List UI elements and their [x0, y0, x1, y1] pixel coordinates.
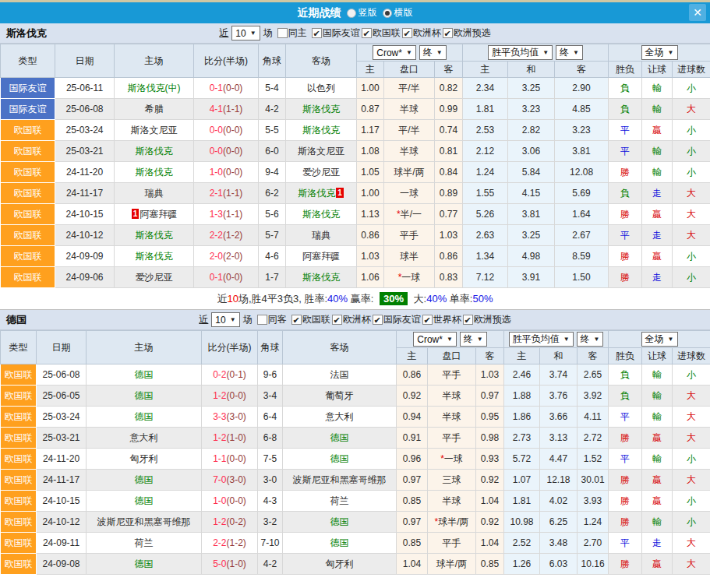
match-date: 24-10-15 — [55, 204, 115, 225]
scope-select[interactable]: 全场▼ — [641, 332, 678, 347]
handicap-line: 半球 — [428, 491, 476, 512]
away-team: 德国 — [283, 512, 397, 533]
summary-part: 场,胜4平3负3, 胜率: — [238, 292, 327, 306]
goals-result-cell: 小 — [673, 267, 710, 288]
col-avg-draw: 和 — [508, 62, 555, 78]
line-text: 三球 — [443, 474, 461, 485]
col-line: 盘口 — [428, 348, 476, 364]
score: 1-1(0-0) — [202, 449, 258, 470]
checkbox-checked-icon[interactable]: ✔ — [373, 315, 383, 325]
away-team: 意大利 — [283, 407, 397, 428]
league-filter-checkbox[interactable]: ✔世界杯 — [422, 313, 461, 326]
home-team: 1阿塞拜疆 — [115, 204, 194, 225]
home-team: 斯洛伐克 — [115, 141, 194, 162]
checkbox-checked-icon[interactable]: ✔ — [312, 28, 322, 38]
line-text: 球半 — [400, 251, 419, 262]
same-away-checkbox[interactable]: 同客 — [257, 313, 287, 326]
league-label: 欧洲预选 — [474, 313, 511, 326]
match-count-select[interactable]: 10 ▼ — [231, 26, 260, 40]
odds-stage-select[interactable]: 终▼ — [460, 332, 487, 347]
radio-horizontal-layout[interactable]: 横版 — [383, 6, 413, 19]
checkbox-checked-icon[interactable]: ✔ — [362, 28, 372, 38]
avg-home-odds: 5.72 — [504, 449, 540, 470]
corner-score: 3-0 — [258, 470, 283, 491]
result-cell: 平 — [609, 120, 642, 141]
fulltime-score: 4-1 — [210, 104, 223, 114]
odds-company-select[interactable]: Crow*▼ — [373, 45, 416, 60]
corner-score: 6-0 — [259, 141, 286, 162]
checkbox-unchecked-icon[interactable] — [257, 315, 267, 325]
match-date: 25-06-05 — [37, 386, 87, 407]
radio-off-icon[interactable] — [347, 9, 356, 18]
corner-score: 6-4 — [258, 407, 283, 428]
halftime-score: (0-0) — [227, 453, 246, 464]
summary-part: 大: — [411, 292, 426, 306]
scope-group-header: 全场▼ — [609, 44, 710, 62]
result-cell: 負 — [609, 78, 642, 99]
table-header-row-groups: 类型 日期 主场 比分(半场) 角球 客场 Crow*▼ 终▼ 胜平负均值▼ 终… — [1, 44, 710, 62]
handicap-result-cell: 輸 — [642, 386, 673, 407]
radio-horizontal-label: 横版 — [394, 6, 413, 19]
avg-stage-select[interactable]: 终▼ — [577, 332, 604, 347]
result-cell: 勝 — [609, 162, 642, 183]
avg-type-select[interactable]: 胜平负均值▼ — [509, 332, 574, 347]
checkbox-checked-icon[interactable]: ✔ — [291, 315, 302, 325]
league-filter-checkbox[interactable]: ✔欧洲杯 — [402, 26, 441, 40]
match-date: 25-03-21 — [37, 428, 87, 449]
goals-result-cell: 大 — [673, 407, 710, 428]
league-filter-checkbox[interactable]: ✔欧国联 — [362, 26, 401, 40]
checkbox-checked-icon[interactable]: ✔ — [332, 315, 342, 325]
checkbox-checked-icon[interactable]: ✔ — [422, 315, 433, 325]
avg-type-select[interactable]: 胜平负均值▼ — [488, 45, 553, 60]
odds-stage-select[interactable]: 终▼ — [419, 45, 447, 60]
col-home: 主场 — [115, 44, 194, 78]
league-filter-checkbox[interactable]: ✔欧洲杯 — [332, 313, 371, 326]
match-date: 24-11-20 — [55, 162, 115, 183]
checkbox-checked-icon[interactable]: ✔ — [402, 28, 412, 38]
corner-score: 4-3 — [258, 491, 283, 512]
odds-away-value: 0.81 — [435, 141, 463, 162]
col-away: 客场 — [283, 331, 397, 364]
halftime-score: (3-0) — [227, 474, 246, 485]
odds-group-header: Crow*▼ 终▼ — [397, 331, 504, 348]
match-count-select[interactable]: 10 ▼ — [211, 312, 239, 327]
score: 0-0(0-0) — [194, 120, 259, 141]
halftime-score: (1-2) — [227, 537, 246, 548]
col-result: 胜负 — [609, 62, 642, 78]
league-filter-checkbox[interactable]: ✔欧洲预选 — [443, 26, 491, 40]
checkbox-checked-icon[interactable]: ✔ — [463, 315, 473, 325]
home-team: 德国 — [87, 364, 202, 386]
league-filter-checkbox[interactable]: ✔欧洲预选 — [463, 313, 511, 326]
checkbox-checked-icon[interactable]: ✔ — [443, 28, 453, 38]
league-type-badge: 欧国联 — [1, 364, 37, 386]
result-cell: 勝 — [609, 246, 642, 267]
away-team-name: 斯洛伐克 — [302, 125, 340, 136]
team-name: 德国 — [6, 313, 26, 327]
fulltime-score: 3-3 — [213, 411, 226, 422]
handicap-line: 半球 — [428, 386, 476, 407]
avg-stage-select[interactable]: 终▼ — [556, 45, 583, 60]
league-filter-checkbox[interactable]: ✔欧国联 — [291, 313, 330, 326]
radio-on-icon[interactable] — [383, 9, 392, 18]
score: 1-0(0-0) — [194, 162, 259, 183]
home-team-name: 斯洛伐克(中) — [128, 83, 181, 93]
home-team: 爱沙尼亚 — [115, 267, 194, 288]
odds-away-value: 0.95 — [476, 407, 504, 428]
handicap-line: 半球 — [384, 99, 435, 120]
away-team-name: 阿塞拜疆 — [302, 251, 340, 262]
close-icon[interactable]: ✕ — [689, 4, 706, 21]
scope-select[interactable]: 全场▼ — [641, 45, 678, 60]
same-home-checkbox[interactable]: 同主 — [277, 26, 307, 40]
popup-titlebar: 近期战绩 竖版 横版 ✕ — [0, 2, 710, 23]
checkbox-unchecked-icon[interactable] — [277, 28, 288, 38]
league-filter-checkbox[interactable]: ✔国际友谊 — [373, 313, 421, 326]
odds-company-select[interactable]: Crow*▼ — [413, 332, 457, 347]
league-type-badge: 欧国联 — [1, 225, 55, 246]
goals-result-cell: 大 — [673, 183, 710, 204]
league-filter-checkbox[interactable]: ✔国际友谊 — [312, 26, 360, 40]
handicap-line: *一球 — [384, 267, 435, 288]
avg-away-odds: 3.81 — [555, 141, 609, 162]
home-team-name: 意大利 — [130, 432, 158, 443]
avg-home-odds: 2.34 — [463, 78, 508, 99]
radio-vertical-layout[interactable]: 竖版 — [347, 6, 377, 19]
